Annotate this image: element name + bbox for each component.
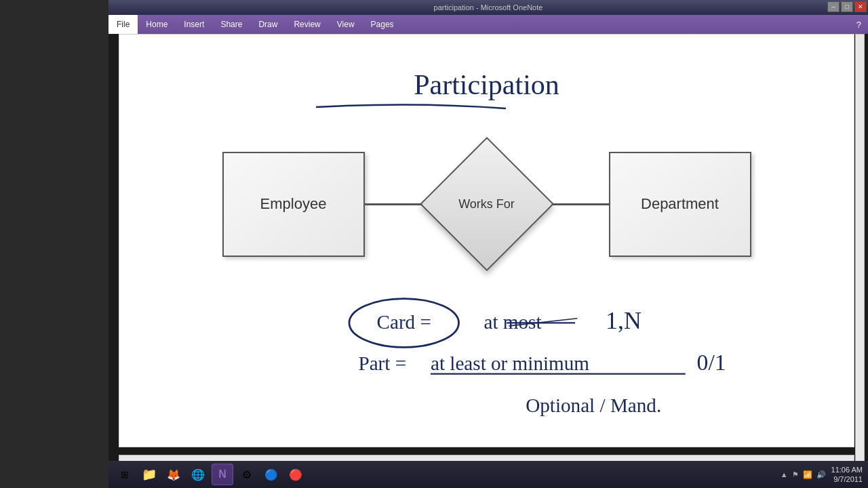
taskbar-app7[interactable]: 🔴 bbox=[285, 464, 307, 485]
entity-employee-label: Employee bbox=[260, 195, 327, 213]
tab-review[interactable]: Review bbox=[285, 15, 328, 34]
taskbar-right: ▲ ⚑ 📶 🔊 11:06 AM 9/7/2011 bbox=[781, 465, 863, 485]
tray-flag: ⚑ bbox=[792, 470, 799, 479]
tray-chevron[interactable]: ▲ bbox=[781, 470, 788, 479]
main-content: Participation Employee Works For Departm… bbox=[119, 34, 854, 447]
taskbar-folder[interactable]: 📁 bbox=[138, 464, 160, 485]
tab-home[interactable]: Home bbox=[138, 15, 176, 34]
svg-text:Optional / Mand.: Optional / Mand. bbox=[526, 394, 661, 416]
tab-share[interactable]: Share bbox=[212, 15, 250, 34]
clock-time: 11:06 AM bbox=[831, 465, 863, 474]
clock-date: 9/7/2011 bbox=[831, 474, 863, 484]
taskbar: ⊞ 📁 🦊 🌐 N ⚙ 🔵 🔴 ▲ ⚑ 📶 🔊 11:06 AM 9/7/201… bbox=[108, 461, 868, 488]
close-button[interactable]: ✕ bbox=[854, 1, 867, 12]
scrollbar-vertical[interactable] bbox=[855, 34, 865, 464]
title-bar-controls: – □ ✕ bbox=[827, 1, 867, 12]
er-diagram: Employee Works For Department bbox=[153, 143, 820, 265]
svg-text:Part =: Part = bbox=[358, 352, 406, 374]
annotations-svg: Card = at most 1,N Part = at least or mi… bbox=[343, 285, 800, 447]
taskbar-onenote[interactable]: N bbox=[212, 464, 233, 485]
connector-left bbox=[365, 203, 426, 205]
relationship-label: Works For bbox=[458, 197, 515, 211]
window-title: participation - Microsoft OneNote bbox=[434, 3, 543, 12]
entity-employee: Employee bbox=[222, 152, 365, 257]
title-bar: participation - Microsoft OneNote – □ ✕ bbox=[108, 0, 868, 15]
title-underline-svg bbox=[309, 99, 513, 113]
help-button[interactable]: ? bbox=[850, 15, 868, 34]
clock: 11:06 AM 9/7/2011 bbox=[831, 465, 863, 485]
taskbar-app6[interactable]: 🔵 bbox=[260, 464, 282, 485]
tab-file[interactable]: File bbox=[108, 15, 138, 34]
minimize-button[interactable]: – bbox=[827, 1, 840, 12]
svg-text:1,N: 1,N bbox=[606, 307, 642, 334]
taskbar-firefox[interactable]: 🦊 bbox=[163, 464, 184, 485]
canvas: Participation Employee Works For Departm… bbox=[119, 35, 854, 447]
svg-text:at least or minimum: at least or minimum bbox=[431, 352, 589, 374]
ribbon: File Home Insert Share Draw Review View … bbox=[108, 15, 868, 34]
tray-volume: 🔊 bbox=[816, 470, 826, 479]
tray-network: 📶 bbox=[803, 470, 812, 479]
taskbar-browser[interactable]: 🌐 bbox=[187, 464, 209, 485]
relationship-diamond: Works For bbox=[426, 152, 548, 257]
entity-department: Department bbox=[609, 152, 751, 257]
connector-right bbox=[548, 203, 609, 205]
tab-insert[interactable]: Insert bbox=[176, 15, 212, 34]
taskbar-settings[interactable]: ⚙ bbox=[236, 464, 258, 485]
tab-view[interactable]: View bbox=[329, 15, 363, 34]
left-sidebar bbox=[0, 0, 108, 488]
entity-department-label: Department bbox=[641, 195, 719, 213]
svg-text:0/1: 0/1 bbox=[697, 350, 726, 375]
maximize-button[interactable]: □ bbox=[841, 1, 853, 12]
page-title: Participation bbox=[414, 68, 559, 101]
system-tray: ▲ ⚑ 📶 🔊 bbox=[781, 470, 826, 479]
tab-draw[interactable]: Draw bbox=[250, 15, 285, 34]
svg-text:Card =: Card = bbox=[377, 311, 431, 333]
annotations-area: Card = at most 1,N Part = at least or mi… bbox=[343, 285, 800, 447]
start-button[interactable]: ⊞ bbox=[114, 464, 136, 485]
tab-pages[interactable]: Pages bbox=[363, 15, 402, 34]
